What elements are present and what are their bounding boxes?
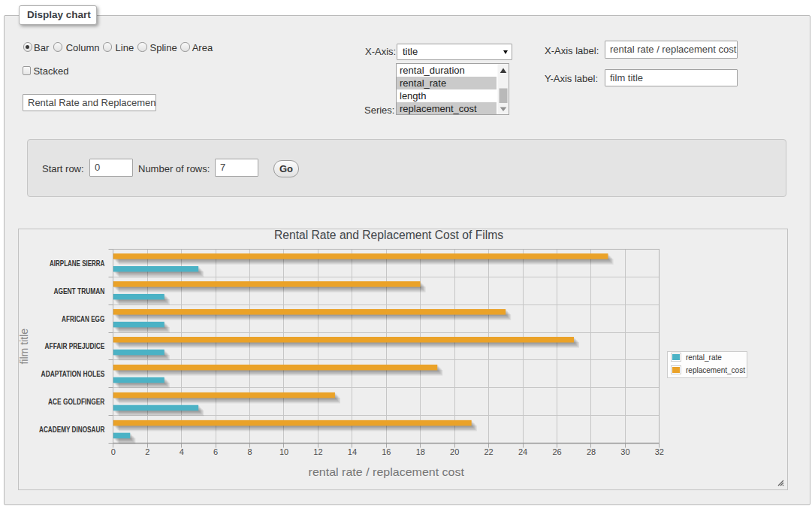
- svg-text:ACADEMY DINOSAUR: ACADEMY DINOSAUR: [39, 425, 104, 434]
- svg-text:10: 10: [279, 447, 288, 456]
- svg-text:ACE GOLDFINGER: ACE GOLDFINGER: [48, 397, 104, 406]
- svg-text:12: 12: [313, 447, 322, 456]
- svg-text:16: 16: [382, 447, 391, 456]
- svg-text:4: 4: [180, 447, 184, 456]
- svg-text:rental rate / replacement cost: rental rate / replacement cost: [309, 465, 465, 478]
- svg-text:32: 32: [655, 447, 664, 456]
- svg-text:0: 0: [111, 447, 116, 456]
- svg-text:2: 2: [145, 447, 149, 456]
- svg-text:22: 22: [484, 447, 493, 456]
- svg-text:ADAPTATION HOLES: ADAPTATION HOLES: [41, 369, 105, 378]
- svg-text:24: 24: [518, 447, 527, 456]
- svg-text:rental_rate: rental_rate: [686, 353, 722, 362]
- svg-text:Rental Rate and Replacement Co: Rental Rate and Replacement Cost of Film…: [274, 229, 503, 241]
- svg-text:8: 8: [248, 447, 252, 456]
- svg-text:replacement_cost: replacement_cost: [686, 366, 745, 374]
- svg-text:14: 14: [348, 447, 357, 456]
- svg-text:20: 20: [450, 447, 459, 456]
- svg-text:AGENT TRUMAN: AGENT TRUMAN: [53, 286, 104, 295]
- svg-text:AFRICAN EGG: AFRICAN EGG: [62, 314, 104, 323]
- svg-text:26: 26: [552, 447, 561, 456]
- svg-text:18: 18: [416, 447, 425, 456]
- svg-text:6: 6: [213, 447, 218, 456]
- svg-text:AIRPLANE SIERRA: AIRPLANE SIERRA: [50, 259, 104, 268]
- svg-text:28: 28: [587, 447, 596, 456]
- svg-text:AFFAIR PREJUDICE: AFFAIR PREJUDICE: [45, 341, 105, 350]
- svg-text:30: 30: [620, 447, 629, 456]
- svg-text:film title: film title: [19, 329, 30, 365]
